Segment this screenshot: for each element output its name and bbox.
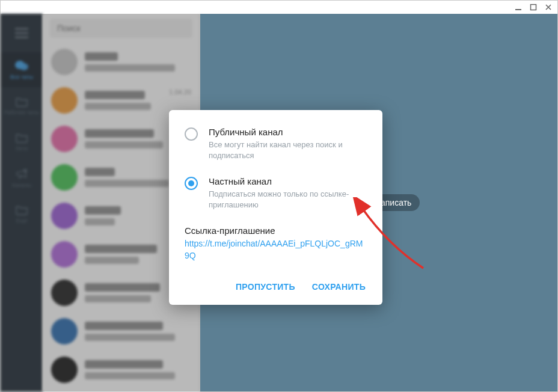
nav-rail: Все чаты Рабочие чаты Личн Каналы Ещё (1, 14, 43, 391)
option-private-channel[interactable]: Частный канал Подписаться можно только п… (185, 176, 367, 210)
close-button[interactable] (542, 1, 555, 13)
avatar (51, 49, 78, 75)
channel-type-modal: Публичный канал Все могут найти канал че… (169, 110, 382, 305)
invite-link-label: Ссылка-приглашение (185, 225, 367, 236)
rail-label: Рабочие чаты (4, 109, 39, 115)
search-input[interactable] (50, 19, 192, 38)
radio-unchecked-icon (185, 127, 198, 141)
radio-checked-icon (185, 177, 198, 190)
skip-button[interactable]: ПРОПУСТИТЬ (236, 282, 295, 292)
option-public-channel[interactable]: Публичный канал Все могут найти канал че… (185, 127, 367, 161)
avatar (51, 203, 78, 229)
rail-personal[interactable]: Личн (1, 124, 43, 159)
invite-link[interactable]: https://t.me/joinchat/AAAAAEi_pFLQLjOC_g… (185, 239, 363, 260)
avatar (51, 357, 78, 383)
rail-label: Каналы (12, 182, 31, 188)
menu-button[interactable] (1, 21, 43, 45)
chat-date: 1.04.20 (169, 87, 191, 96)
app-window: Все чаты Рабочие чаты Личн Каналы Ещё (0, 0, 558, 392)
option-title: Частный канал (209, 176, 367, 186)
avatar (51, 280, 78, 306)
folder-icon (15, 96, 28, 107)
save-button[interactable]: СОХРАНИТЬ (312, 282, 366, 292)
list-item[interactable] (43, 351, 200, 389)
option-desc: Все могут найти канал через поиск и подп… (209, 139, 367, 161)
avatar (51, 318, 78, 345)
folder-icon (15, 132, 28, 143)
svg-rect-1 (531, 5, 536, 10)
megaphone-icon (15, 168, 28, 180)
avatar (51, 126, 78, 152)
rail-work[interactable]: Рабочие чаты (1, 88, 43, 123)
rail-label: Ещё (16, 218, 27, 224)
svg-rect-0 (515, 9, 521, 10)
app-body: Все чаты Рабочие чаты Личн Каналы Ещё (1, 14, 557, 391)
maximize-button[interactable] (527, 1, 540, 13)
rail-channels[interactable]: Каналы (1, 161, 43, 195)
list-item[interactable] (43, 43, 200, 81)
svg-point-3 (20, 63, 28, 70)
avatar (51, 87, 78, 114)
folder-icon (15, 204, 28, 215)
option-title: Публичный канал (209, 127, 367, 137)
rail-all-chats[interactable]: Все чаты (1, 52, 43, 87)
titlebar (1, 1, 557, 14)
svg-point-4 (23, 169, 27, 173)
list-item[interactable] (43, 312, 200, 351)
rail-label: Личн (16, 145, 28, 152)
chats-icon (14, 60, 29, 72)
rail-label: Все чаты (10, 74, 33, 80)
rail-more[interactable]: Ещё (1, 197, 43, 231)
minimize-button[interactable] (512, 1, 525, 13)
avatar (51, 241, 78, 268)
option-desc: Подписаться можно только по ссылке-пригл… (209, 189, 367, 210)
modal-actions: ПРОПУСТИТЬ СОХРАНИТЬ (185, 282, 367, 298)
search-wrapper (43, 14, 200, 43)
avatar (51, 164, 78, 191)
